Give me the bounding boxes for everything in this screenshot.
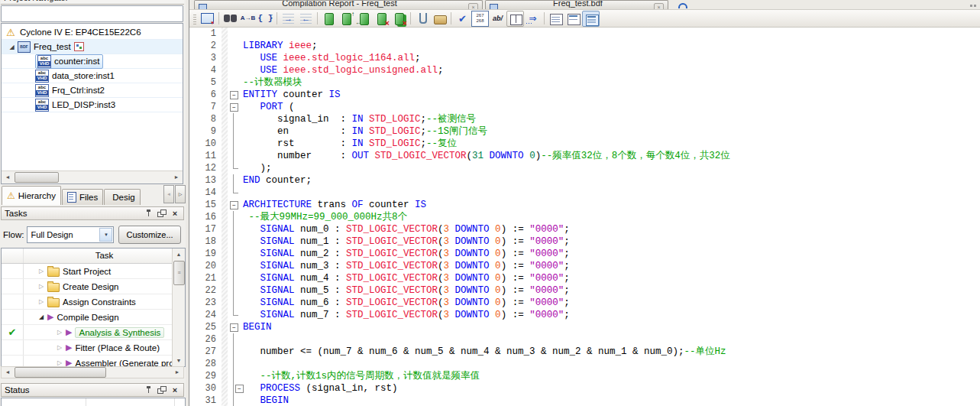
text-marker-icon[interactable]: ab/ (489, 11, 506, 27)
pin-icon[interactable] (144, 209, 154, 218)
scrollbar-thumb[interactable] (15, 367, 106, 378)
tab-scroll-right-icon[interactable]: ▷ (175, 185, 186, 203)
toolbar-drag-handle[interactable] (193, 13, 196, 24)
split-window-icon[interactable] (506, 11, 524, 27)
document-tab[interactable]: Compilation Report - Freq_test× (194, 0, 483, 9)
tree-item[interactable]: abcVHDcounter:inst (2, 54, 183, 69)
code-line[interactable]: 18 SIGNAL num_1 : STD_LOGIC_VECTOR(3 DOW… (189, 235, 980, 248)
expander-icon[interactable]: ▷ (54, 329, 65, 336)
code-line[interactable]: 30 PROCESS (signal_in, rst) (189, 382, 980, 395)
fold-marker[interactable] (228, 199, 241, 211)
float-window-icon[interactable] (157, 385, 167, 395)
code-line[interactable]: 19 SIGNAL num_2 : STD_LOGIC_VECTOR(3 DOW… (189, 248, 980, 260)
code-line[interactable]: 29 --计数,计数1s内的信号周期数，计数值就是频率值 (189, 370, 980, 382)
code-line[interactable]: 11 number : OUT STD_LOGIC_VECTOR(31 DOWN… (189, 150, 980, 162)
flow-dropdown[interactable]: Full Design ▼ (27, 226, 114, 243)
code-line[interactable]: 26 (189, 333, 980, 346)
templates-icon[interactable] (431, 11, 448, 27)
view-list-icon[interactable] (547, 11, 564, 27)
tasks-horizontal-scrollbar[interactable]: ◄ ► (1, 366, 184, 378)
replace-icon[interactable]: A→B (239, 11, 257, 27)
task-row[interactable]: ▷Create Design (2, 279, 173, 294)
code-line[interactable]: 21 SIGNAL num_4 : STD_LOGIC_VECTOR(3 DOW… (189, 272, 980, 284)
expander-icon[interactable]: ◢ (36, 313, 47, 320)
close-icon[interactable]: × (170, 385, 180, 395)
code-line[interactable]: 31 BEGIN (189, 395, 980, 406)
tab-files[interactable]: Files (62, 189, 103, 205)
code-line[interactable]: 6ENTITY counter IS (189, 89, 980, 101)
code-line[interactable]: 5--计数器模块 (189, 76, 980, 89)
code-line[interactable]: 22 SIGNAL num_5 : STD_LOGIC_VECTOR(3 DOW… (189, 284, 980, 297)
find-icon[interactable] (222, 11, 239, 27)
code-line[interactable]: 25BEGIN (189, 321, 980, 333)
scroll-left-icon[interactable]: ◄ (2, 366, 14, 378)
fold-marker[interactable] (228, 321, 241, 333)
insert-template-icon[interactable]: { } (257, 11, 274, 27)
indent-icon[interactable]: → (280, 11, 297, 27)
scroll-right-icon[interactable]: ► (171, 366, 183, 378)
expander-icon[interactable]: ▷ (36, 268, 47, 274)
document-tab[interactable]: Freq_test.bdf× (485, 0, 668, 9)
save-file-icon[interactable] (199, 11, 216, 27)
view-fold-icon[interactable] (564, 11, 582, 27)
task-row[interactable]: ▷Assign Constraints (2, 294, 173, 310)
scroll-up-icon[interactable]: ▲ (173, 248, 185, 260)
code-line[interactable]: 16 --最大99MHz=99_000_000Hz共8个 (189, 211, 980, 223)
code-line[interactable]: 20 SIGNAL num_3 : STD_LOGIC_VECTOR(3 DOW… (189, 260, 980, 272)
code-line[interactable]: 28 (189, 358, 980, 370)
delete-all-bookmarks-icon[interactable] (390, 11, 408, 27)
code-editor[interactable]: 12LIBRARY ieee;3 USE ieee.std_logic_1164… (189, 28, 980, 406)
tree-item[interactable]: ◢BDFFreq_test (2, 40, 183, 54)
syntax-check-icon[interactable]: ✔ (454, 11, 471, 27)
outdent-icon[interactable]: ← (297, 11, 315, 27)
code-line[interactable]: 4 USE ieee.std_logic_unsigned.all; (189, 64, 980, 76)
task-row[interactable]: ✔▷▶Analysis & Synthesis (2, 325, 173, 340)
attach-icon[interactable] (413, 11, 431, 27)
code-line[interactable]: 1 (189, 28, 980, 40)
view-full-editor-icon[interactable] (582, 11, 600, 27)
code-line[interactable]: 23 SIGNAL num_6 : STD_LOGIC_VECTOR(3 DOW… (189, 297, 980, 309)
tab-scroll-left-icon[interactable]: ◄ (163, 185, 174, 203)
expander-icon[interactable]: ▷ (54, 359, 65, 366)
expander-icon[interactable]: ◢ (6, 44, 18, 50)
code-line[interactable]: 27 number <= (num_7 & num_6 & num_5 & nu… (189, 346, 980, 358)
task-row[interactable]: ▷▶Assembler (Generate pro (2, 356, 173, 367)
goto-icon[interactable]: ⇒ (524, 11, 542, 27)
fold-marker[interactable] (228, 382, 241, 395)
tree-item[interactable]: ⚠Cyclone IV E: EP4CE15E22C6 (2, 25, 183, 40)
close-icon[interactable]: × (170, 209, 180, 218)
tree-item[interactable]: abcVHDFrq_Ctrl:inst2 (2, 83, 183, 98)
tab-desig[interactable]: Desig (104, 189, 140, 205)
next-bookmark-icon[interactable] (338, 11, 355, 27)
close-icon[interactable]: × (654, 3, 664, 9)
task-row[interactable]: ◢▶Compile Design (2, 310, 173, 325)
customize-button[interactable]: Customize... (118, 226, 180, 244)
code-line[interactable]: 13END counter; (189, 174, 980, 187)
fold-marker[interactable] (228, 89, 241, 101)
scrollbar-thumb[interactable] (15, 172, 59, 183)
chevron-down-icon[interactable]: ▼ (99, 228, 112, 242)
code-line[interactable]: 7 PORT ( (189, 101, 980, 113)
code-line[interactable]: 2LIBRARY ieee; (189, 40, 980, 52)
code-line[interactable]: 3 USE ieee.std_logic_1164.all; (189, 52, 980, 64)
code-line[interactable]: 15ARCHITECTURE trans OF counter IS (189, 199, 980, 211)
task-row[interactable]: ▷Start Project (2, 264, 173, 279)
code-line[interactable]: 10 rst : IN STD_LOGIC;--复位 (189, 138, 980, 150)
scroll-down-icon[interactable]: ▼ (173, 355, 185, 366)
code-line[interactable]: 17 SIGNAL num_0 : STD_LOGIC_VECTOR(3 DOW… (189, 223, 980, 235)
expander-icon[interactable]: ▷ (36, 298, 47, 305)
tree-horizontal-scrollbar[interactable]: ◄ ► (2, 171, 183, 184)
code-line[interactable]: 8 signal_in : IN STD_LOGIC;--被测信号 (189, 113, 980, 125)
scroll-left-icon[interactable]: ◄ (2, 171, 14, 184)
code-line[interactable]: 14 (189, 187, 980, 199)
tasks-vertical-scrollbar[interactable]: ▲ ≡ ▼ (172, 248, 185, 366)
line-count-indicator-icon[interactable]: 267268 (471, 11, 489, 27)
close-icon[interactable]: × (468, 3, 478, 9)
previous-bookmark-icon[interactable] (355, 11, 373, 27)
delete-bookmark-icon[interactable] (373, 11, 390, 27)
expander-icon[interactable]: ▷ (36, 283, 47, 290)
tree-item[interactable]: abcVHDLED_DISP:inst3 (2, 98, 183, 112)
fold-marker[interactable] (228, 101, 241, 113)
scroll-right-icon[interactable]: ► (170, 171, 183, 184)
code-line[interactable]: 9 en : IN STD_LOGIC;--1S闸门信号 (189, 125, 980, 138)
